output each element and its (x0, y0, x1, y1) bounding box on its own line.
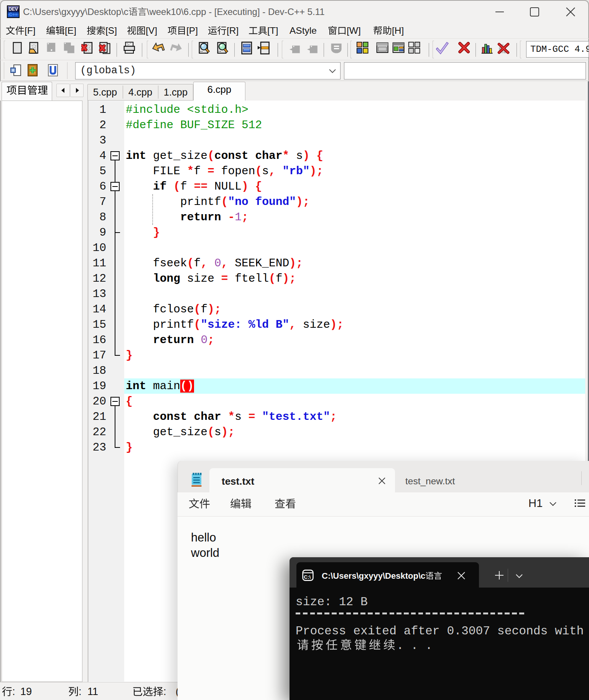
svg-text:C++: C++ (9, 12, 18, 17)
svg-text:DEV: DEV (8, 7, 18, 12)
svg-text:C:\: C:\ (304, 574, 311, 580)
